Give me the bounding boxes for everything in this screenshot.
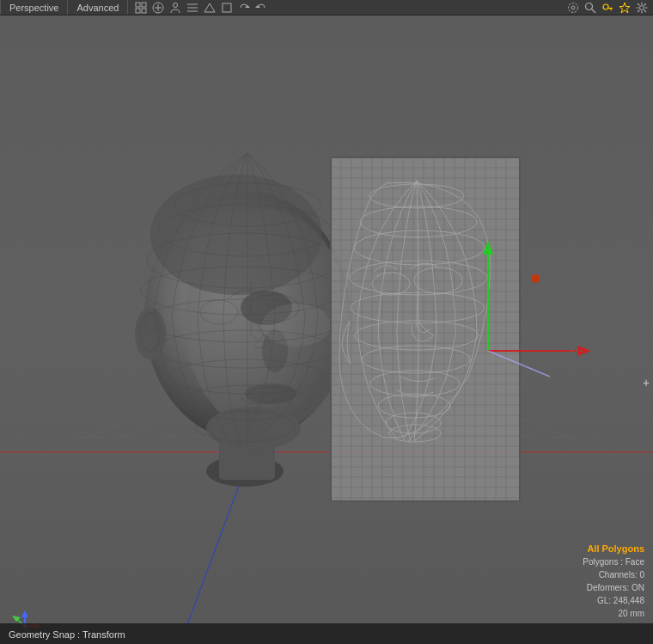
gl-label: GL: 248,448 (583, 594, 644, 607)
polygons-face-label: Polygons : Face (583, 555, 644, 568)
svg-point-69 (135, 308, 166, 359)
all-polygons-label: All Polygons (583, 542, 644, 556)
viewport-3d[interactable]: + All Polygons Polygons : Face Channels:… (0, 15, 653, 644)
bottom-status-bar: Geometry Snap : Transform (0, 623, 653, 644)
advanced-label: Advanced (76, 3, 119, 13)
svg-line-18 (592, 9, 596, 13)
advanced-tab[interactable]: Advanced (68, 0, 128, 15)
icon-lines[interactable] (185, 1, 200, 15)
svg-point-19 (603, 4, 608, 9)
perspective-label: Perspective (9, 3, 58, 13)
main-toolbar: Perspective Advanced (0, 0, 653, 15)
icon-key[interactable] (600, 1, 615, 15)
svg-text:+: + (643, 376, 650, 389)
svg-rect-2 (136, 9, 140, 13)
svg-point-15 (571, 6, 575, 9)
svg-marker-14 (255, 5, 260, 8)
deformers-label: Deformers: ON (583, 581, 644, 594)
toolbar-right-icons (565, 1, 653, 15)
icon-search[interactable] (583, 1, 598, 15)
channels-label: Channels: 0 (583, 568, 644, 581)
svg-point-17 (586, 3, 593, 9)
svg-point-70 (262, 304, 331, 347)
svg-point-16 (569, 3, 578, 12)
toolbar-icon-group (128, 1, 565, 15)
icon-triangle[interactable] (202, 1, 217, 15)
svg-rect-1 (142, 3, 146, 7)
icon-grid[interactable] (133, 1, 149, 15)
icon-settings-cog[interactable] (565, 1, 581, 15)
perspective-tab[interactable]: Perspective (0, 0, 68, 15)
icon-plus-circle[interactable] (150, 1, 166, 15)
icon-gear[interactable] (634, 1, 650, 15)
icon-redo[interactable] (236, 1, 252, 15)
svg-marker-11 (204, 3, 215, 12)
icon-star[interactable] (617, 1, 632, 15)
icon-person[interactable] (168, 1, 183, 15)
svg-rect-0 (136, 3, 140, 7)
svg-marker-22 (619, 3, 630, 13)
svg-point-23 (640, 5, 644, 9)
svg-point-7 (174, 3, 178, 7)
geometry-snap-label: Geometry Snap : Transform (9, 629, 125, 640)
icon-square[interactable] (219, 1, 235, 15)
svg-marker-13 (245, 5, 250, 8)
scene-svg: + (0, 15, 653, 644)
icon-undo[interactable] (253, 1, 269, 15)
svg-point-157 (531, 274, 540, 283)
size-label: 20 mm (583, 607, 644, 620)
svg-rect-12 (223, 3, 231, 12)
info-panel: All Polygons Polygons : Face Channels: 0… (583, 542, 644, 621)
svg-rect-3 (142, 9, 146, 13)
